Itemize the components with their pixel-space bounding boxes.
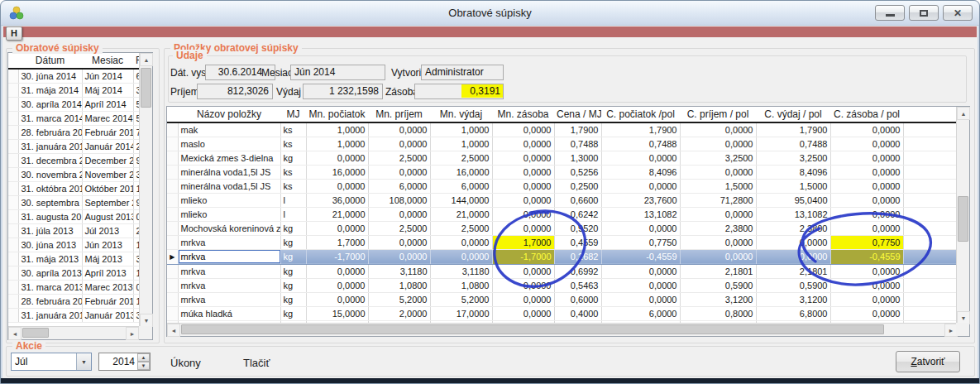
table-row[interactable]: ▶mrkvakg-1,70000,00000,0000-1,70000,2682…	[167, 249, 958, 264]
list-item[interactable]: 31. marca 2014Marec 20145	[8, 111, 139, 125]
table-row[interactable]: mrkvakg0,00003,11803,11800,00000,69920,0…	[167, 264, 958, 278]
column-header-c-vydaj[interactable]: C. výdaj / pol	[756, 107, 830, 122]
close-button[interactable]: ✕	[943, 5, 973, 21]
list-item[interactable]: 28. februára 2013Február 20131	[8, 294, 139, 308]
table-row[interactable]: minerálna voda1,5l JSks16,00000,000016,0…	[167, 165, 958, 179]
table-row[interactable]: minerálna voda1,5l JSks0,00006,00006,000…	[167, 179, 958, 193]
cell-c-zasoba: 0,0000	[830, 278, 903, 292]
cell-c-vydaj: 3,2500	[756, 151, 830, 165]
month-dropdown[interactable]: Júl ▼	[11, 353, 92, 371]
list-item[interactable]: 28. februára 2014Február 20147	[8, 125, 139, 139]
cell-c-vydaj: 95,0400	[756, 193, 830, 207]
column-header-nazov[interactable]: Názov položky	[178, 107, 280, 122]
scroll-left-icon[interactable]: ◄	[8, 327, 22, 340]
ukony-menu[interactable]: Úkony	[170, 357, 201, 369]
items-table-vscrollbar[interactable]: ▲ ▼	[956, 107, 969, 324]
cell-datum: 30. apríla 2014	[18, 97, 82, 111]
cell-mn-prijem: 108,0000	[368, 193, 430, 207]
column-header-mj[interactable]: MJ	[280, 107, 306, 122]
tlacit-menu[interactable]: Tlačiť	[243, 357, 270, 369]
table-row[interactable]: mrkvakg1,70000,00000,00001,70000,45590,7…	[167, 235, 958, 249]
list-item[interactable]: 30. apríla 2014Apríl 20145	[8, 97, 139, 111]
items-table-hscrollbar[interactable]: ◄ ►	[167, 323, 958, 336]
spin-down-icon[interactable]: ▼	[137, 362, 150, 370]
scroll-left-icon[interactable]: ◄	[167, 324, 180, 337]
cell-mj: kg	[280, 264, 306, 278]
window-bottom-edge	[1, 378, 979, 384]
cell-f: 5	[133, 111, 139, 125]
column-header-f[interactable]: F	[133, 53, 139, 69]
list-item[interactable]: 31. októbra 2013Október 20131	[8, 181, 139, 195]
cell-f: 0	[133, 280, 139, 294]
scroll-up-icon[interactable]: ▲	[140, 53, 153, 66]
cell-c-zasoba: 0,0000	[830, 165, 903, 179]
cell-f: 1	[133, 181, 139, 195]
table-row[interactable]: múka hladkákg15,00002,000017,00000,00000…	[167, 306, 958, 320]
h-button[interactable]: H	[6, 26, 22, 41]
restore-button[interactable]	[909, 5, 939, 21]
year-stepper[interactable]: 2014 ▲ ▼	[98, 353, 151, 371]
list-item[interactable]: 30. novembra 2013November 20133	[8, 167, 139, 181]
table-row[interactable]: mliekol36,0000108,0000144,00000,00000,66…	[167, 193, 958, 207]
list-item[interactable]: 30. júna 2013Jún 20131	[8, 238, 139, 252]
cell-mn-pociatok: 0,0000	[306, 151, 368, 165]
minimize-button[interactable]	[875, 5, 905, 21]
table-row[interactable]: mrkvakg0,00001,08001,08000,00000,54630,0…	[167, 278, 958, 292]
spin-up-icon[interactable]: ▲	[137, 353, 150, 362]
list-item[interactable]: 31. mája 2014Máj 20143	[8, 83, 139, 97]
table-row[interactable]: makks1,00000,00001,00000,00001,79001,790…	[167, 122, 958, 137]
table-row[interactable]: masloks1,00000,00001,00000,00000,74880,7…	[167, 137, 958, 151]
table-row[interactable]: mrkvakg0,00005,20005,20000,00000,60000,0…	[167, 292, 958, 306]
cell-datum: 31. mája 2014	[18, 83, 82, 97]
cell-nazov: mak	[178, 122, 280, 137]
cell-c-prijem: 0,0000	[680, 122, 756, 137]
cell-mn-vydaj: 1,0800	[430, 278, 492, 292]
list-item[interactable]: 31. januára 2013Január 20133	[8, 308, 139, 322]
list-item[interactable]: 30. apríla 2013Apríl 20131	[8, 266, 139, 280]
list-item[interactable]: 31. augusta 2013August 20130	[8, 209, 139, 223]
column-header-c-zasoba[interactable]: C. zásoba / pol	[830, 107, 903, 122]
cell-f: 9	[133, 153, 139, 167]
zatvorit-button[interactable]: Zatvoriť	[896, 351, 960, 372]
scroll-down-icon[interactable]: ▼	[140, 314, 153, 327]
cell-f: 3	[133, 252, 139, 266]
list-item[interactable]: 31. decembra 2013December 20139	[8, 153, 139, 167]
cell-c-prijem: 71,2800	[680, 193, 756, 207]
list-item[interactable]: 31. januára 2014Január 20142	[8, 139, 139, 153]
items-table-hscroll-thumb[interactable]	[181, 324, 884, 334]
column-header-c-prijem[interactable]: C. príjem / pol	[680, 107, 756, 122]
table-row[interactable]: Mexická zmes 3-dielnakg0,00002,50002,500…	[167, 151, 958, 165]
table-row[interactable]: mliekol21,00000,000021,00000,00000,62421…	[167, 207, 958, 221]
cell-mn-vydaj: 6,0000	[430, 179, 492, 193]
items-table-vscroll-thumb[interactable]	[958, 196, 968, 242]
cell-mj: ks	[280, 137, 306, 151]
column-header-mn-pociatok[interactable]: Mn. počiatok	[306, 107, 368, 122]
month-list-hscrollbar[interactable]: ◄ ►	[8, 326, 139, 339]
chevron-down-icon[interactable]: ▼	[76, 353, 91, 370]
column-header-mn-vydaj[interactable]: Mn. výdaj	[430, 107, 492, 122]
list-item[interactable]: 30. júna 2014Jún 20146	[8, 69, 139, 83]
list-item[interactable]: 31. marca 2013Marec 20130	[8, 280, 139, 294]
month-list-vscrollbar[interactable]: ▲ ▼	[139, 53, 152, 327]
cell-mn-vydaj: 1,0000	[430, 137, 492, 151]
column-header-datum[interactable]: Dátum	[18, 53, 82, 69]
list-item[interactable]: 31. júla 2013Júl 20132	[8, 223, 139, 238]
column-header-mn-prijem[interactable]: Mn. príjem	[368, 107, 430, 122]
scroll-up-icon[interactable]: ▲	[957, 107, 970, 120]
list-item[interactable]: 31. mája 2013Máj 20133	[8, 252, 139, 266]
column-header-cena-mj[interactable]: Cena / MJ	[554, 107, 601, 122]
month-list-vscroll-thumb[interactable]	[141, 68, 151, 108]
cell-cena-mj: 0,6242	[554, 207, 601, 221]
cell-datum: 31. júla 2013	[18, 223, 82, 238]
scroll-right-icon[interactable]: ►	[126, 327, 139, 340]
cell-mn-zasoba: 0,0000	[492, 165, 554, 179]
restore-icon	[920, 10, 928, 17]
column-header-mn-zasoba[interactable]: Mn. zásoba	[492, 107, 554, 122]
month-list-hscroll-thumb[interactable]	[22, 328, 49, 338]
cell-cena-mj: 0,6000	[554, 292, 601, 306]
cell-editor[interactable]: mrkva	[179, 250, 280, 263]
list-item[interactable]: 30. septembra 2013September 20139	[8, 195, 139, 209]
table-row[interactable]: Mochovská koreninová zmeskg0,00002,50002…	[167, 221, 958, 235]
column-header-mesiac[interactable]: Mesiac	[82, 53, 133, 69]
column-header-c-pociatok[interactable]: C. počiatok /pol	[601, 107, 680, 122]
